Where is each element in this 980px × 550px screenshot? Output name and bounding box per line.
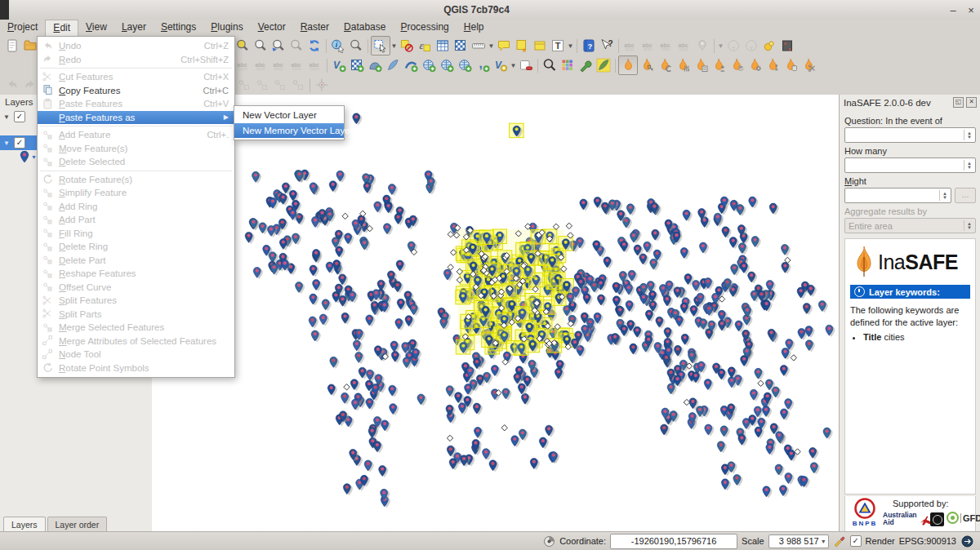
inasafe-keywords-icon[interactable] <box>638 56 656 74</box>
menu-item-rotate-feature-s-[interactable]: Rotate Feature(s) <box>38 173 234 187</box>
menu-item-node-tool[interactable]: Node Tool <box>38 348 234 361</box>
add-wfs-layer-icon[interactable] <box>456 56 474 74</box>
label-abc-icon-1[interactable]: abc <box>234 56 252 74</box>
close-button[interactable]: × <box>962 4 980 16</box>
menu-vector[interactable]: Vector <box>251 20 293 36</box>
menu-item-redo[interactable]: RedoCtrl+Shift+Z <box>38 53 234 67</box>
function-options-button[interactable]: ... <box>955 188 976 203</box>
inasafe-pin-icon[interactable] <box>764 56 782 74</box>
add-raster-layer-icon[interactable] <box>348 56 366 74</box>
whats-this-icon[interactable]: ? <box>598 37 616 55</box>
label-tool-icon-2[interactable]: abc <box>639 37 657 55</box>
menu-settings[interactable]: Settings <box>154 20 203 36</box>
label-tool-icon-1[interactable]: abc <box>621 37 639 55</box>
diagram-dropdown[interactable]: ▼ <box>717 42 724 50</box>
menu-item-paste-features-as[interactable]: Paste Features as▶ <box>38 111 234 125</box>
scale-combobox[interactable]: 3 988 517 ▼ <box>768 534 829 548</box>
redraw-brush-icon[interactable] <box>833 534 846 548</box>
select-rectangle-icon[interactable] <box>371 36 390 55</box>
add-wms-layer-icon[interactable] <box>420 56 438 74</box>
inasafe-settings-icon[interactable] <box>746 56 764 74</box>
raster-calculator-icon[interactable] <box>452 37 470 55</box>
python-console-icon[interactable] <box>595 56 612 74</box>
expand-triangle-icon[interactable]: ▼ <box>3 140 10 147</box>
refresh-icon[interactable] <box>305 37 323 55</box>
plugin-manager-icon[interactable] <box>577 56 595 74</box>
menu-item-cut-features[interactable]: Cut FeaturesCtrl+X <box>38 70 234 84</box>
menu-item-offset-curve[interactable]: Offset Curve <box>38 281 234 295</box>
measure-icon[interactable] <box>470 37 488 55</box>
undo-icon[interactable] <box>3 76 21 94</box>
select-dropdown[interactable]: ▼ <box>390 42 398 50</box>
menu-item-delete-selected[interactable]: Delete Selected <box>38 155 234 169</box>
label-abc-icon-2[interactable]: abc <box>252 56 270 74</box>
menu-item-paste-features[interactable]: Paste FeaturesCtrl+V <box>38 97 234 111</box>
menu-edit[interactable]: Edit <box>45 20 78 36</box>
layer-visibility-checkbox[interactable]: ✓ <box>14 111 25 122</box>
deselect-all-icon[interactable] <box>398 37 416 55</box>
inasafe-functions-icon[interactable] <box>692 56 710 74</box>
edit-tool-icon-3[interactable] <box>271 76 289 94</box>
search-icon[interactable] <box>541 56 559 74</box>
map-canvas[interactable] <box>152 95 839 532</box>
zoom-next-icon[interactable] <box>287 37 305 55</box>
inasafe-impact-icon[interactable] <box>710 56 728 74</box>
add-mssql-layer-icon[interactable] <box>402 56 420 74</box>
style-manager-icon[interactable] <box>559 56 577 74</box>
expand-triangle-icon[interactable]: ▼ <box>3 113 10 121</box>
menu-item-rotate-point-symbols[interactable]: Rotate Point Symbols <box>38 361 234 375</box>
menu-project[interactable]: Project <box>0 20 45 36</box>
select-expression-icon[interactable]: ε <box>416 37 434 55</box>
move-label-icon[interactable] <box>760 37 778 55</box>
overlay-tool-icon-2[interactable] <box>742 37 760 55</box>
inasafe-scissors-icon[interactable] <box>800 56 817 74</box>
menu-item-split-parts[interactable]: Split Parts <box>38 308 234 322</box>
menu-view[interactable]: View <box>78 20 114 36</box>
remove-layer-icon[interactable] <box>517 56 535 74</box>
render-checkbox[interactable]: ✓ <box>850 535 862 547</box>
menu-item-undo[interactable]: UndoCtrl+Z <box>38 39 234 53</box>
zoom-last-icon[interactable] <box>270 37 287 55</box>
menu-database[interactable]: Database <box>336 20 393 36</box>
zoom-native-icon[interactable] <box>347 37 365 55</box>
menu-processing[interactable]: Processing <box>393 20 456 36</box>
submenu-item-new-memory-vector-layer[interactable]: New Memory Vector Layer <box>234 123 344 139</box>
menu-item-simplify-feature[interactable]: Simplify Feature <box>38 186 234 200</box>
help-contents-icon[interactable]: ? <box>580 37 598 55</box>
exposure-combobox[interactable]: ▲▼ <box>844 157 976 173</box>
aggregate-combobox[interactable]: Entire area ▲▼ <box>844 218 976 233</box>
menu-item-split-features[interactable]: Split Features <box>38 294 234 308</box>
extent-tracking-icon[interactable] <box>542 534 555 548</box>
hazard-combobox[interactable]: ▲▼ <box>844 127 976 143</box>
label-abc-icon-4[interactable]: abc <box>288 56 306 74</box>
edit-tool-icon-4[interactable] <box>289 76 307 94</box>
add-delimited-text-icon[interactable]: , <box>474 56 492 74</box>
label-abc-icon-5[interactable]: abc <box>306 56 324 74</box>
label-tool-icon-3[interactable]: abc <box>657 37 675 55</box>
inasafe-wizard-icon[interactable] <box>656 56 674 74</box>
menu-item-add-ring[interactable]: Add Ring <box>38 200 234 214</box>
panel-float-icon[interactable]: ◱ <box>953 97 964 108</box>
edit-tool-icon-2[interactable] <box>253 76 271 94</box>
text-annotation-icon[interactable]: T <box>549 37 567 55</box>
new-bookmark-icon[interactable]: ★ <box>513 37 531 55</box>
zoom-full-icon[interactable] <box>234 37 252 55</box>
new-project-icon[interactable] <box>3 37 21 55</box>
menu-help[interactable]: Help <box>457 20 492 36</box>
menu-raster[interactable]: Raster <box>293 20 336 36</box>
inasafe-dock-icon[interactable] <box>618 55 638 75</box>
submenu-item-new-vector-layer[interactable]: New Vector Layer <box>234 108 344 123</box>
overlay-tool-icon-1[interactable] <box>724 37 742 55</box>
function-combobox[interactable]: ▲▼ <box>844 188 951 203</box>
snapping-crosshair-icon[interactable] <box>313 76 331 94</box>
add-vector-layer-icon[interactable]: V <box>330 56 348 74</box>
coordinate-input[interactable] <box>610 534 737 549</box>
label-pin-icon[interactable] <box>693 37 711 55</box>
menu-item-copy-features[interactable]: Copy FeaturesCtrl+C <box>38 84 234 98</box>
menu-item-add-feature[interactable]: Add FeatureCtrl+. <box>38 128 234 142</box>
add-postgis-layer-icon[interactable] <box>366 56 384 74</box>
menu-layer[interactable]: Layer <box>114 20 154 36</box>
measure-dropdown[interactable]: ▼ <box>488 42 495 50</box>
add-layer-dropdown[interactable]: ▼ <box>510 62 517 69</box>
menu-item-reshape-features[interactable]: Reshape Features <box>38 267 234 281</box>
